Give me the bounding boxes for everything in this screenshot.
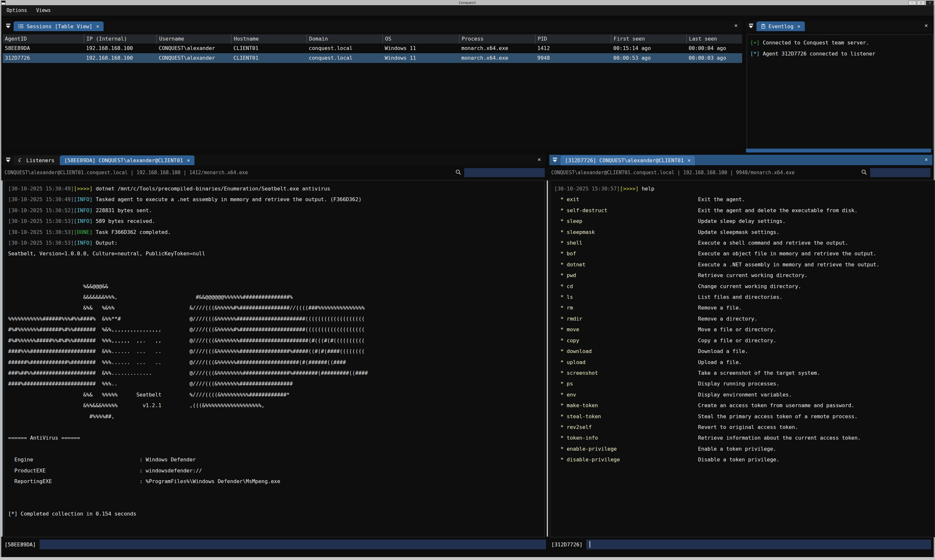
panel-close-icon[interactable]: ✕	[924, 22, 928, 29]
console-line: * cd Change current working directory.	[554, 281, 935, 292]
panel-close-icon[interactable]: ✕	[538, 156, 541, 163]
console-line: * rev2self Revert to original access tok…	[554, 422, 935, 432]
agent-context-status: CONQUEST\alexander@CLIENT01.conquest.loc…	[5, 168, 248, 177]
console-line	[8, 422, 544, 432]
right-console-scrollbar[interactable]	[547, 180, 548, 537]
console-line: * exit Exit the agent.	[554, 194, 935, 205]
table-cell: CONQUEST\alexander	[157, 43, 231, 53]
tab-eventlog[interactable]: Eventlog ✕	[756, 22, 805, 31]
agent-58EE89DA-panel: Listeners [58EE89DA] CONQUEST\alexander@…	[3, 155, 545, 551]
menu-options[interactable]: Options	[6, 8, 27, 13]
tab-close-icon[interactable]: ✕	[96, 23, 99, 29]
console-line: ProductEXE : windowsdefender://	[8, 465, 544, 476]
left-console-scrollbar[interactable]	[0, 180, 3, 537]
left-command-bar: [58EE89DA]	[5, 539, 546, 549]
console-line: [30-10-2025 15:30:53][DONE] Task F366D36…	[8, 227, 544, 237]
tab-agent-312D7726[interactable]: [312D7726] CONQUEST\alexander@CLIENT01 ✕	[560, 155, 695, 165]
eventlog-horizontal-scrollbar[interactable]	[746, 149, 931, 152]
agent-312D7726-panel: [312D7726] CONQUEST\alexander@CLIENT01 ✕…	[549, 155, 932, 551]
tab-close-icon[interactable]: ✕	[187, 157, 190, 163]
tab-listeners-label: Listeners	[26, 157, 54, 163]
console-line: * disable-privilege Disable a token priv…	[554, 454, 935, 465]
tab-agent-label: [312D7726] CONQUEST\alexander@CLIENT01	[565, 157, 684, 163]
table-cell: Windows 11	[382, 43, 459, 53]
minimize-button[interactable]: –	[908, 1, 916, 5]
console-line: * rm Remove a file.	[554, 302, 935, 313]
window-bottom-border	[0, 557, 935, 560]
collapse-panel-icon[interactable]	[3, 155, 14, 165]
tab-close-icon[interactable]: ✕	[688, 157, 690, 163]
console-line: * screenshot Take a screenshot of the ta…	[554, 368, 935, 378]
window-titlebar: Conquest – □ ×	[0, 0, 935, 5]
sessions-panel: Sessions [Table View] ✕ ✕ AgentIDIP (Int…	[3, 21, 742, 149]
column-header[interactable]: Last seen	[686, 34, 742, 43]
console-line: * download Download a file.	[554, 346, 935, 357]
column-header[interactable]: Username	[157, 34, 231, 43]
console-line: * token-info Retrieve information about …	[554, 432, 935, 443]
console-line: * upload Upload a file.	[554, 357, 935, 368]
console-line: &%& %%%%% Seatbelt %////((((&%%%%%%%%%##…	[8, 389, 544, 400]
eventlog-tabbar: Eventlog ✕ ✕	[746, 21, 932, 31]
table-cell: 00:00:04 ago	[686, 43, 742, 53]
console-line: Engine : Windows Defender	[8, 454, 544, 465]
tab-close-icon[interactable]: ✕	[797, 23, 800, 29]
console-line: * make-token Create an access token from…	[554, 400, 935, 411]
search-input[interactable]	[870, 168, 930, 177]
tab-listeners[interactable]: Listeners	[14, 155, 59, 165]
prompt-label: [58EE89DA]	[5, 542, 40, 548]
console-line: #%%%%##,	[8, 411, 544, 422]
column-header[interactable]: PID	[535, 34, 611, 43]
list-icon	[18, 24, 24, 29]
tab-agent-label: [58EE89DA] CONQUEST\alexander@CLIENT01	[64, 157, 183, 163]
column-header[interactable]: IP (Internal)	[84, 34, 157, 43]
search-input[interactable]	[464, 168, 545, 177]
sessions-tabbar: Sessions [Table View] ✕ ✕	[3, 21, 742, 31]
console-line: * ls List files and directories.	[554, 292, 935, 302]
table-cell: monarch.x64.exe	[459, 43, 535, 53]
console-line: [30-10-2025 15:30:49][INFO] Tasked agent…	[8, 194, 544, 205]
maximize-button[interactable]: □	[917, 1, 925, 5]
left-console-tabbar: Listeners [58EE89DA] CONQUEST\alexander@…	[3, 155, 545, 165]
window-title: Conquest	[459, 1, 476, 5]
panel-close-icon[interactable]: ✕	[924, 156, 928, 163]
console-line: ###%##%%#################### &%%........…	[8, 368, 544, 378]
console-line: [*] Completed collection in 0.154 second…	[8, 508, 544, 519]
table-cell: 00:15:14 ago	[611, 43, 686, 53]
column-header[interactable]: Hostname	[231, 34, 307, 43]
console-line: &%& %&%% &////(((&%%%%%#%###############…	[8, 302, 544, 313]
column-header[interactable]: OS	[382, 34, 459, 43]
column-header[interactable]: Domain	[307, 34, 382, 43]
column-header[interactable]: AgentID	[3, 34, 84, 43]
right-console-tabbar: [312D7726] CONQUEST\alexander@CLIENT01 ✕…	[549, 155, 932, 165]
tab-sessions[interactable]: Sessions [Table View] ✕	[14, 22, 103, 31]
console-line: ReportingEXE : %ProgramFiles%\Windows De…	[8, 476, 544, 487]
collapse-panel-icon[interactable]	[746, 21, 756, 31]
command-input[interactable]	[586, 540, 931, 549]
table-row[interactable]: 312D7726192.168.168.100CONQUEST\alexande…	[3, 53, 742, 63]
conquest-window: Conquest – □ × Options Views Sessions [T…	[0, 0, 935, 560]
command-input[interactable]	[40, 540, 546, 549]
table-row[interactable]: 58EE89DA192.168.168.100CONQUEST\alexande…	[3, 43, 742, 53]
close-window-button[interactable]: ×	[926, 1, 934, 5]
console-line: * self-destruct Exit the agent and delet…	[554, 205, 935, 216]
console-line: * rmdir Remove a directory.	[554, 314, 935, 324]
console-line: [*] Agent 312D7726 connected to listener	[750, 48, 933, 59]
console-line: * bof Execute an object file in memory a…	[554, 248, 935, 259]
table-cell: monarch.x64.exe	[459, 53, 535, 63]
menu-views[interactable]: Views	[36, 8, 51, 13]
table-cell: conquest.local	[307, 43, 382, 53]
window-menu-icon[interactable]	[1, 1, 6, 5]
console-line: * enable-privilege Enable a token privil…	[554, 443, 935, 454]
collapse-panel-icon[interactable]	[3, 21, 14, 31]
console-line: [30-10-2025 15:30:53][INFO] Output:	[8, 237, 544, 248]
console-line	[8, 498, 544, 508]
tab-agent-58EE89DA[interactable]: [58EE89DA] CONQUEST\alexander@CLIENT01 ✕	[60, 155, 194, 165]
console-line: * env Display environment variables.	[554, 389, 935, 400]
column-header[interactable]: First seen	[611, 34, 686, 43]
panel-close-icon[interactable]: ✕	[734, 22, 738, 29]
search-icon	[455, 169, 462, 175]
sessions-table-head: AgentIDIP (Internal)UsernameHostnameDoma…	[3, 34, 742, 43]
column-header[interactable]: Process	[459, 34, 535, 43]
table-cell: CONQUEST\alexander	[157, 53, 231, 63]
collapse-panel-icon[interactable]	[549, 155, 560, 165]
